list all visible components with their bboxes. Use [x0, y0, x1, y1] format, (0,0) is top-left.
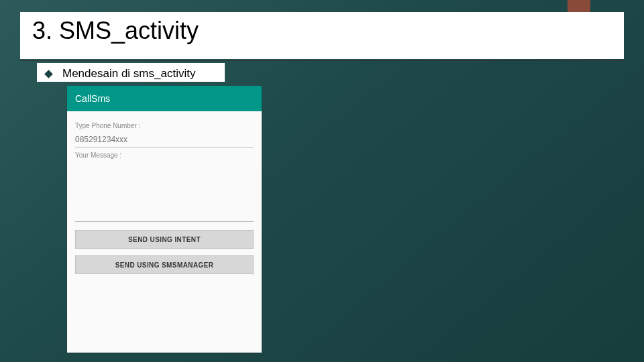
diamond-bullet-icon: [44, 70, 53, 78]
title-area: 3. SMS_activity: [20, 12, 624, 59]
phone-body: Type Phone Number : Your Message : SEND …: [67, 111, 262, 274]
slide-title: 3. SMS_activity: [32, 16, 612, 45]
title-underline: [20, 60, 624, 61]
send-intent-button[interactable]: SEND USING INTENT: [75, 230, 254, 249]
phone-number-input[interactable]: [75, 133, 254, 147]
message-label: Your Message :: [75, 152, 254, 159]
app-bar: CallSms: [67, 86, 262, 111]
slide: 3. SMS_activity Mendesain di sms_activit…: [0, 0, 644, 362]
phone-mock: CallSms Type Phone Number : Your Message…: [67, 86, 262, 353]
bullet-line: Mendesain di sms_activity: [46, 67, 197, 80]
send-smsmanager-button[interactable]: SEND USING SMSMANAGER: [75, 255, 254, 274]
bullet-text: Mendesain di sms_activity: [61, 67, 197, 80]
app-title: CallSms: [75, 93, 110, 104]
message-input[interactable]: [75, 163, 254, 222]
phone-number-label: Type Phone Number :: [75, 122, 254, 129]
